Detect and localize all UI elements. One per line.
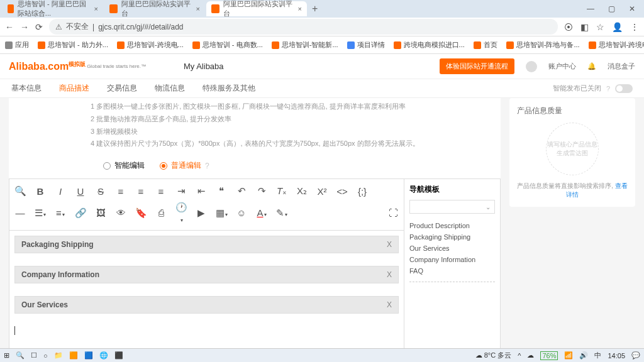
table-button[interactable]: ▦ [216,207,227,219]
battery-icon[interactable]: 76% [540,351,558,360]
extension-icon[interactable]: ◧ [580,22,589,32]
strike-button[interactable]: S [95,186,106,197]
quote-button[interactable]: ❝ [216,185,227,197]
task-view-icon[interactable]: ☐ [31,351,37,359]
tab-special[interactable]: 特殊服务及其他 [203,83,255,94]
bookmark-item[interactable]: 思培智训-跨境电... [589,40,644,50]
fullscreen-button[interactable]: ⛶ [387,207,399,218]
section-company[interactable]: Company InformationX [14,266,399,283]
superscript-button[interactable]: X² [316,186,328,197]
pagebreak-button[interactable]: ⎙ [155,207,167,218]
image-button[interactable]: 🖼 [95,207,106,218]
subscript-button[interactable]: X₂ [296,185,308,197]
minimize-icon[interactable]: — [587,4,594,13]
template-item[interactable]: Product Description [409,220,495,231]
cortana-icon[interactable]: ○ [43,352,48,359]
align-center-button[interactable]: ≡ [135,186,147,197]
alibaba-logo[interactable]: Alibaba.com模拟版 [9,60,86,72]
cta-button[interactable]: 体验国际站开通流程 [440,58,514,74]
tray-chevron-icon[interactable]: ^ [518,352,521,359]
start-button[interactable]: ⊞ [4,351,9,359]
star-icon[interactable]: ☆ [596,22,604,32]
align-right-button[interactable]: ≡ [155,186,167,197]
apps-button[interactable]: 应用 [5,40,29,50]
radio-smart-edit[interactable]: 智能编辑 [103,160,145,171]
close-icon[interactable]: × [94,5,98,13]
app-icon[interactable]: 🟦 [84,351,93,359]
remove-section-button[interactable]: X [387,270,392,279]
notifications-icon[interactable]: 💬 [631,351,640,359]
close-window-icon[interactable]: ✕ [629,4,635,13]
link-button[interactable]: 🔗 [75,207,86,219]
browser-tab-1[interactable]: 阿里巴巴国际站实训平台× [104,1,205,16]
close-icon[interactable]: × [298,5,302,13]
section-packaging[interactable]: Packaging ShippingX [14,236,399,253]
remove-section-button[interactable]: X [387,300,392,309]
chrome-icon[interactable]: 🌐 [99,351,108,359]
weather-widget[interactable]: ☁ 8°C 多云 [475,351,512,360]
menu-icon[interactable]: ⋮ [630,22,639,32]
remove-section-button[interactable]: X [387,240,392,249]
italic-button[interactable]: I [55,186,66,197]
section-services[interactable]: Our ServicesX [14,296,399,314]
tab-description[interactable]: 商品描述 [59,83,89,94]
template-item[interactable]: Company Information [409,254,495,265]
bookmark-item[interactable]: 思培智训-跨境电... [117,40,184,50]
tab-basic[interactable]: 基本信息 [11,83,42,94]
clock[interactable]: 14:05 [608,352,625,359]
maximize-icon[interactable]: ▢ [608,4,615,13]
reload-button[interactable]: ⟳ [35,22,43,32]
close-icon[interactable]: × [196,5,200,13]
template-item[interactable]: FAQ [409,265,495,277]
highlight-button[interactable]: ✎ [276,207,287,219]
bookmark-item[interactable]: 思培智训-智能新... [272,40,338,50]
editor-content[interactable]: Packaging ShippingX Company InformationX… [9,231,404,356]
underline-button[interactable]: U [75,186,86,197]
list-ul-button[interactable]: ☰ [35,207,46,219]
app-icon[interactable]: 🟧 [69,351,78,359]
list-ol-button[interactable]: ≡ [55,207,66,218]
browser-tab-0[interactable]: 思培智训 - 阿里巴巴国际站综合...× [3,1,103,16]
translate-icon[interactable]: ⦿ [564,22,573,32]
clear-format-button[interactable]: Tₓ [276,185,287,197]
new-tab-button[interactable]: + [312,3,318,14]
bookmark-item[interactable]: 思培智训 - 电商数... [192,40,263,50]
align-left-button[interactable]: ≡ [115,186,126,197]
help-icon[interactable]: ? [205,162,209,170]
video-button[interactable]: ▶ [196,207,207,219]
preview-button[interactable]: 👁 [115,207,126,218]
profile-icon[interactable]: 👤 [612,22,623,32]
bookmark-item[interactable]: 思培智训 - 助力外... [38,40,108,50]
search-icon[interactable]: 🔍 [16,351,25,359]
onedrive-icon[interactable]: ☁ [527,351,534,359]
forward-button[interactable]: → [20,22,29,32]
back-button[interactable]: ← [5,22,14,32]
help-icon[interactable]: ? [606,85,610,92]
template-item[interactable]: Packaging Shipping [409,231,495,243]
redo-button[interactable]: ↷ [256,185,267,197]
app-icon[interactable]: ⬛ [114,351,123,359]
radio-normal-edit[interactable]: 普通编辑? [160,160,209,171]
browser-tab-2[interactable]: 阿里巴巴国际站实训平台× [206,1,307,16]
code-button[interactable]: <> [336,186,348,197]
bold-button[interactable]: B [35,186,46,197]
account-link[interactable]: 账户中心 [548,62,576,71]
network-icon[interactable]: 📶 [564,351,573,359]
auto-publish-toggle[interactable] [615,84,633,93]
tab-logistics[interactable]: 物流信息 [155,83,185,94]
ime-indicator[interactable]: 中 [594,351,601,360]
messages-link[interactable]: 消息盒子 [608,62,635,71]
hr-button[interactable]: — [14,207,26,218]
avatar[interactable] [526,61,537,72]
bookmark-item[interactable]: 跨境电商模拟进口... [394,40,465,50]
address-bar[interactable]: ⚠ 不安全 | gjcs.qrit.cn/gj/#/detail/add [49,19,558,35]
template-item[interactable]: Our Services [409,243,495,254]
more-icon[interactable]: {;} [357,186,368,197]
search-icon[interactable]: 🔍 [14,185,26,197]
text-color-button[interactable]: A [256,207,267,218]
my-alibaba[interactable]: My Alibaba [184,62,224,71]
volume-icon[interactable]: 🔊 [579,351,588,359]
bookmark-item[interactable]: 首页 [474,40,497,50]
outdent-button[interactable]: ⇤ [196,185,207,197]
explorer-icon[interactable]: 📁 [54,351,63,359]
